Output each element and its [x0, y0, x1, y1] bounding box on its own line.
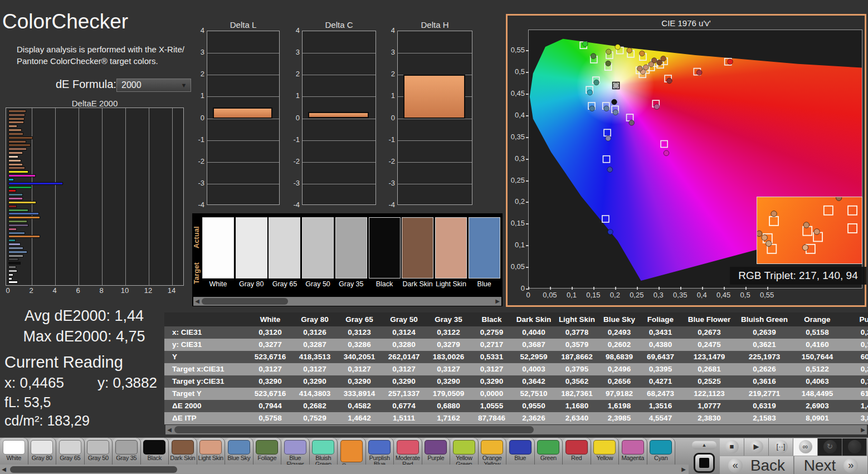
- strip-scrollbar[interactable]: ◀ ▶: [193, 297, 501, 306]
- table-row: Target y:CIE310,32900,32900,32900,32900,…: [164, 375, 868, 388]
- patch-swatch[interactable]: [202, 217, 234, 278]
- deltae-bar: [8, 144, 31, 146]
- table-cell: 0,2759: [471, 326, 513, 339]
- table-cell: 414,3803: [292, 388, 337, 400]
- patch-color-swatch: [172, 440, 194, 455]
- table-cell: 0,3123: [337, 326, 382, 339]
- cie-y-tick-label: 0,2: [505, 197, 525, 206]
- cie-x-tick-label: 0,45: [713, 291, 735, 299]
- table-cell: 3,84: [843, 412, 868, 424]
- patch-tab-orange-yellow[interactable]: Orange Yellow: [479, 438, 507, 465]
- scroll-right-icon[interactable]: ▶: [494, 297, 501, 306]
- scroll-left-icon[interactable]: ◀: [0, 465, 8, 474]
- patch-tab-foliage[interactable]: Foliage: [253, 438, 282, 465]
- y-tick-label: -1: [382, 135, 395, 144]
- next-button[interactable]: Next »: [794, 456, 868, 474]
- patch-tab-orange[interactable]: Orange: [338, 438, 366, 465]
- patch-swatch[interactable]: [369, 217, 401, 278]
- scroll-left-icon[interactable]: ◀: [193, 297, 201, 306]
- patch-tab-bluish-green[interactable]: Bluish Green: [310, 438, 338, 465]
- strip-scroll-thumb[interactable]: [202, 298, 288, 305]
- patch-tab-black[interactable]: Black: [141, 438, 169, 465]
- table-row: x: CIE310,31200,31260,31230,31240,31220,…: [164, 326, 868, 339]
- patch-tab-yellow[interactable]: Yellow: [591, 438, 620, 465]
- table-cell: 0,3290: [292, 375, 337, 388]
- deltae-bar: [8, 281, 18, 284]
- patch-swatch[interactable]: [269, 217, 300, 278]
- cie-y-tick-label: 0,4: [505, 111, 525, 119]
- patch-tab-yellow-green[interactable]: Yellow Green: [450, 438, 479, 465]
- patch-tab-cyan[interactable]: Cyan: [647, 438, 676, 465]
- patch-tab-white[interactable]: White: [0, 438, 28, 465]
- y-tick-label: -2: [286, 157, 300, 165]
- y-tick-label: 3: [191, 48, 204, 56]
- table-cell: 97,9182: [599, 388, 640, 400]
- table-cell: 0,3290: [382, 375, 426, 388]
- patch-tab-purple[interactable]: Purple: [422, 438, 451, 465]
- table-cell: 87,7846: [471, 412, 513, 424]
- scroll-right-icon[interactable]: ▶: [859, 425, 867, 434]
- patch-tab-red[interactable]: Red: [563, 438, 591, 465]
- patch-swatch[interactable]: [335, 217, 367, 278]
- column-header: Black: [471, 314, 513, 326]
- scroll-left-icon[interactable]: ◀: [165, 425, 173, 434]
- table-cell: 0,18: [843, 339, 868, 351]
- play-button[interactable]: ▶: [744, 438, 769, 456]
- patch-swatch[interactable]: [236, 217, 267, 278]
- tabs-scrollbar[interactable]: ◀ ▶: [0, 465, 689, 474]
- patch-tab-purplish-blue[interactable]: Purplish Blue: [366, 438, 394, 465]
- patch-tab-label: Green: [535, 455, 563, 461]
- patch-tab-dark-skin[interactable]: Dark Skin: [169, 438, 197, 465]
- stop-icon: ■: [725, 440, 739, 453]
- patch-swatch[interactable]: [469, 217, 500, 278]
- patch-tab-light-skin[interactable]: Light Skin: [197, 438, 226, 465]
- patch-tab-moderate-red[interactable]: Moderate Red: [394, 438, 422, 465]
- gridline: [149, 108, 149, 285]
- deltae-bar: [8, 258, 18, 261]
- patch-tab-blue-flower[interactable]: Blue Flower: [281, 438, 310, 465]
- patch-tab-blue-sky[interactable]: Blue Sky: [225, 438, 253, 465]
- tabs-scroll-thumb[interactable]: [10, 466, 177, 473]
- table-cell: 0,4582: [337, 400, 382, 412]
- tick-mark: [550, 287, 551, 290]
- patch-tab-magenta[interactable]: Magenta: [619, 438, 647, 465]
- table-scroll-thumb[interactable]: [174, 426, 534, 433]
- refresh-button[interactable]: ↻: [818, 438, 842, 456]
- record-button[interactable]: [842, 438, 867, 456]
- patch-tab-green[interactable]: Green: [535, 438, 563, 465]
- stop-button[interactable]: ■: [720, 438, 744, 456]
- pattern-window-button[interactable]: [694, 453, 715, 473]
- de-formula-dropdown[interactable]: 2000 ▼: [116, 79, 191, 92]
- table-cell: 0,3642: [513, 375, 555, 388]
- infinity-button[interactable]: ∞: [793, 438, 818, 456]
- scroll-right-icon[interactable]: ▶: [680, 465, 687, 474]
- table-cell: 0,3120: [248, 326, 292, 339]
- row-label: ΔE ITP: [164, 412, 248, 424]
- table-cell: 225,1973: [737, 351, 792, 363]
- chevron-left-icon: «: [728, 458, 743, 473]
- tick-mark: [526, 223, 529, 224]
- measured-point: [629, 120, 635, 126]
- table-scrollbar[interactable]: ◀ ▶: [165, 425, 867, 434]
- marker-button[interactable]: [··]: [769, 438, 793, 456]
- patch-tab-gray-35[interactable]: Gray 35: [113, 438, 141, 465]
- measured-point: [637, 66, 643, 71]
- table-cell: 8,0901: [792, 412, 843, 424]
- patch-swatch[interactable]: [402, 217, 433, 278]
- patch-swatch[interactable]: [435, 217, 467, 278]
- reading-y: y: 0,3882: [97, 374, 157, 392]
- patch-tab-gray-65[interactable]: Gray 65: [56, 438, 85, 465]
- back-button[interactable]: « Back: [720, 456, 794, 474]
- table-cell: 0,4040: [513, 326, 555, 339]
- patch-swatch[interactable]: [302, 217, 334, 278]
- collapse-arrow-button[interactable]: ▲: [692, 441, 716, 449]
- table-cell: 0,3127: [426, 363, 471, 375]
- table-cell: 0,3127: [382, 363, 426, 375]
- gridline: [398, 162, 472, 163]
- patch-tab-blue[interactable]: Blue: [506, 438, 535, 465]
- table-cell: 68,2473: [640, 388, 681, 400]
- patch-tab-gray-50[interactable]: Gray 50: [85, 438, 113, 465]
- gridline: [207, 53, 279, 53]
- patch-tab-gray-80[interactable]: Gray 80: [28, 438, 57, 465]
- patch-color-swatch: [143, 440, 165, 455]
